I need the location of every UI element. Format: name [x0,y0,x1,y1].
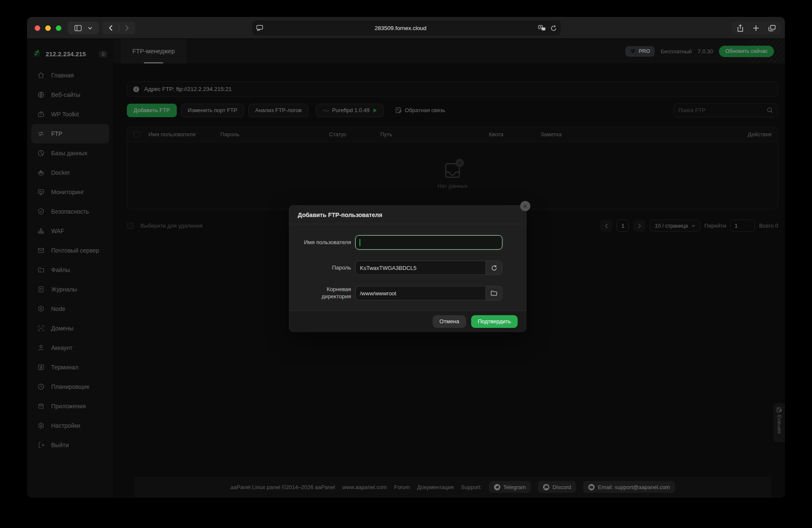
browser-window: 283509.fornex.cloud × 212.2.234.215 0 Гл… [27,17,785,498]
close-icon[interactable]: ✕ [520,201,530,211]
sidebar-chevron-down-icon[interactable] [88,27,92,30]
nav-buttons [102,22,135,34]
zoom-window-button[interactable] [56,25,61,31]
translate-icon[interactable]: × [538,25,546,31]
new-tab-icon[interactable] [753,25,759,31]
forward-icon[interactable] [125,25,129,31]
modal-title: Добавить FTP-пользователя [289,206,526,224]
tab-overview-icon[interactable] [768,25,776,31]
page-settings-icon[interactable] [256,25,263,31]
sidebar-toggle-group [68,22,99,34]
traffic-lights [35,25,61,31]
add-ftp-user-modal: ✕ Добавить FTP-пользователя Имя пользова… [289,206,526,332]
browse-folder-button[interactable] [486,286,502,300]
minimize-window-button[interactable] [45,25,51,31]
url-text: 283509.fornex.cloud [263,25,538,31]
username-label: Имя пользователя [296,239,351,246]
password-label: Пароль [296,264,351,272]
rootdir-label: Корневая директория [296,286,351,300]
back-icon[interactable] [109,25,112,31]
sidebar-toggle-icon[interactable] [74,25,82,31]
toolbar-right-buttons [732,22,781,34]
svg-text:×: × [543,28,545,30]
reload-icon[interactable] [551,25,557,31]
confirm-button[interactable]: Подтвердить [471,315,518,328]
username-input[interactable] [355,235,502,250]
close-window-button[interactable] [35,25,40,31]
password-input[interactable] [355,261,486,275]
browser-toolbar: 283509.fornex.cloud × [27,17,785,39]
nav-divider [119,25,119,31]
share-icon[interactable] [737,25,743,32]
text-cursor [359,239,360,246]
address-bar[interactable]: 283509.fornex.cloud × [252,20,561,36]
regenerate-password-button[interactable] [486,261,502,275]
rootdir-input[interactable] [355,286,486,300]
cancel-button[interactable]: Отмена [433,315,466,328]
